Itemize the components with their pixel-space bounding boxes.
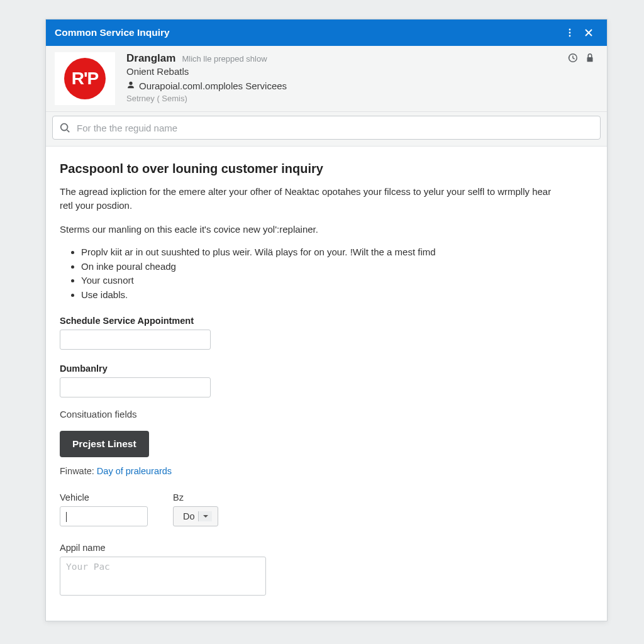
finwate-label: Finwate: — [60, 466, 94, 476]
intro-bullets: Proplv kiit ar in out suushted to plus w… — [60, 246, 593, 301]
svg-rect-6 — [587, 57, 593, 62]
dumbanlry-label: Dumbanlry — [60, 364, 593, 374]
dumbanlry-input[interactable] — [60, 377, 211, 397]
appil-label: Appil name — [60, 543, 593, 553]
bz-value: Do — [179, 511, 195, 521]
form-title: Pacspoonl to over louning customer inqui… — [60, 162, 593, 176]
search-bar-wrap — [46, 112, 607, 147]
form-body: Pacspoonl to over louning customer inqui… — [46, 147, 607, 621]
header-tagline: Mlich lle prepped shlow — [182, 54, 267, 64]
header-meta: Setrney ( Semis) — [126, 94, 598, 103]
submit-button[interactable]: Prcjest Linest — [60, 431, 149, 457]
brand-logo-circle: R'P — [64, 58, 106, 99]
header-subtitle: Onient Rebatls — [126, 66, 598, 77]
header-panel: R'P Dranglam Mlich lle prepped shlow Oni… — [46, 46, 607, 112]
brand-logo: R'P — [55, 52, 115, 105]
brand-logo-text: R'P — [72, 69, 99, 89]
bz-label: Bz — [173, 492, 218, 502]
dialog-window: Common Service Inquiry R'P Dranglam Mlic… — [45, 19, 608, 621]
bullet-item: Your cusnort — [81, 274, 593, 287]
schedule-label: Schedule Service Appointment — [60, 316, 593, 326]
schedule-input[interactable] — [60, 330, 211, 350]
svg-point-1 — [569, 32, 571, 34]
window-title: Common Service Inquiry — [55, 27, 170, 38]
svg-point-7 — [61, 124, 68, 131]
search-input[interactable] — [75, 122, 594, 134]
svg-line-8 — [67, 130, 70, 133]
finwate-link[interactable]: Day of praleurards — [97, 466, 172, 476]
user-icon — [126, 80, 135, 91]
header-name: Dranglam — [126, 52, 175, 65]
search-icon — [59, 122, 70, 133]
close-button[interactable] — [579, 23, 598, 42]
svg-point-2 — [569, 35, 571, 37]
header-account: Ourapoial.coml.omploles Servicees — [139, 80, 287, 91]
appil-textarea[interactable] — [60, 557, 266, 596]
vehicle-input[interactable] — [60, 506, 148, 526]
more-options-button[interactable] — [560, 23, 579, 42]
bullet-item: Proplv kiit ar in out suushted to plus w… — [81, 246, 593, 258]
bz-select[interactable]: Do — [173, 506, 218, 526]
finwate-line: Finwate: Day of praleurards — [60, 466, 593, 476]
intro-paragraph-1: The agread ixpliction for the emere alte… — [60, 185, 557, 213]
bullet-item: On inke poural cheadg — [81, 260, 593, 273]
header-info: Dranglam Mlich lle prepped shlow Onient … — [126, 52, 598, 105]
chevron-down-icon — [198, 511, 212, 521]
bullet-item: Use idabls. — [81, 289, 593, 301]
titlebar: Common Service Inquiry — [46, 19, 607, 46]
vehicle-label: Vehicle — [60, 492, 148, 502]
search-bar[interactable] — [52, 116, 601, 140]
intro-paragraph-2: Sterms our manling on this eacle it's co… — [60, 223, 557, 236]
history-icon[interactable] — [567, 52, 578, 66]
svg-point-0 — [569, 29, 571, 31]
consituation-label: Consituation fields — [60, 409, 593, 419]
lock-icon — [584, 52, 596, 66]
